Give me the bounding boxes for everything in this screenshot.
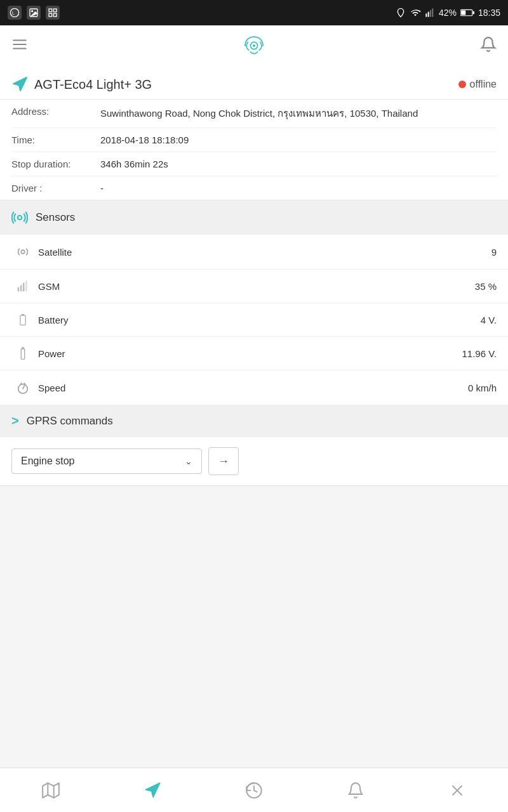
location-icon (396, 8, 406, 18)
nav-navigate[interactable] (132, 776, 173, 804)
sensors-label: Sensors (36, 211, 75, 224)
sensors-section-header: Sensors (0, 200, 508, 235)
time-value: 2018-04-18 18:18:09 (100, 134, 497, 145)
gprs-section-header[interactable]: > GPRS commands (0, 405, 508, 437)
offline-badge: offline (458, 79, 497, 90)
stop-duration-label: Stop duration: (11, 159, 100, 169)
offline-label: offline (470, 79, 497, 90)
gprs-chevron-icon: > (11, 414, 19, 428)
speed-value: 0 km/h (468, 383, 497, 393)
device-header: AGT-Eco4 Light+ 3G offline (0, 66, 508, 100)
svg-rect-10 (430, 10, 431, 17)
info-table: Address: Suwinthawong Road, Nong Chok Di… (0, 100, 508, 200)
command-select-text: Engine stop (21, 455, 185, 467)
svg-point-3 (32, 11, 33, 12)
power-icon (11, 347, 34, 360)
svg-rect-6 (49, 13, 52, 16)
svg-rect-11 (432, 8, 433, 16)
svg-rect-7 (53, 13, 57, 16)
svg-text:L: L (12, 11, 15, 15)
battery-sensor-icon (11, 313, 34, 326)
svg-rect-26 (25, 281, 27, 292)
power-sensor-row: Power 11.96 V. (0, 337, 508, 370)
svg-rect-9 (428, 12, 429, 17)
satellite-sensor-row: Satellite 9 (0, 235, 508, 270)
svg-rect-28 (22, 315, 23, 316)
sensors-icon (11, 209, 28, 226)
gsm-value: 35 % (475, 281, 497, 292)
svg-rect-5 (53, 9, 57, 12)
driver-value: - (100, 183, 497, 193)
svg-rect-29 (21, 349, 24, 359)
status-bar-left: L (8, 6, 60, 20)
svg-rect-25 (23, 283, 25, 291)
svg-rect-13 (473, 11, 474, 15)
driver-row: Driver : - (11, 176, 497, 200)
app-icon (46, 6, 60, 20)
address-label: Address: (11, 106, 100, 121)
svg-marker-32 (43, 783, 59, 797)
gprs-row: Engine stop ⌄ → (11, 447, 497, 475)
address-row: Address: Suwinthawong Road, Nong Chok Di… (11, 100, 497, 128)
status-bar-right: 42% 18:35 (396, 8, 500, 18)
line-icon: L (8, 6, 22, 20)
command-select[interactable]: Engine stop ⌄ (11, 449, 202, 474)
stop-duration-value: 346h 36min 22s (100, 159, 497, 169)
nav-map[interactable] (30, 776, 71, 804)
battery-status: 42% (439, 8, 457, 18)
svg-rect-23 (18, 287, 20, 292)
battery-icon (460, 8, 474, 17)
time-row: Time: 2018-04-18 18:18:09 (11, 128, 497, 152)
signal-icon (425, 8, 435, 18)
nav-notifications[interactable] (335, 776, 376, 804)
svg-point-21 (18, 216, 22, 220)
image-icon (27, 6, 41, 20)
gsm-label: GSM (38, 281, 475, 292)
send-arrow-icon: → (218, 455, 229, 468)
navigate-arrow-icon (11, 76, 28, 93)
battery-sensor-row: Battery 4 V. (0, 303, 508, 337)
sensor-rows: Satellite 9 GSM 35 % Battery 4 V. (0, 235, 508, 405)
speed-icon (11, 381, 34, 395)
satellite-value: 9 (491, 247, 497, 258)
command-chevron-icon: ⌄ (185, 456, 192, 466)
gprs-label: GPRS commands (27, 415, 113, 428)
svg-rect-4 (49, 9, 52, 12)
nav-bar (0, 25, 508, 66)
svg-marker-35 (146, 783, 160, 797)
gprs-content: Engine stop ⌄ → (0, 437, 508, 485)
address-value: Suwinthawong Road, Nong Chok District, ก… (100, 106, 497, 121)
battery-label: Battery (38, 315, 481, 325)
bell-icon[interactable] (480, 36, 497, 55)
svg-rect-27 (20, 315, 25, 325)
power-label: Power (38, 348, 462, 359)
svg-rect-8 (425, 13, 427, 16)
gsm-icon (11, 280, 34, 292)
nav-close[interactable] (437, 776, 478, 804)
svg-point-22 (21, 250, 25, 254)
hamburger-icon[interactable] (11, 36, 28, 55)
speed-label: Speed (38, 383, 468, 393)
app-logo (241, 32, 267, 59)
gsm-sensor-row: GSM 35 % (0, 270, 508, 303)
svg-marker-20 (13, 77, 27, 91)
svg-point-19 (253, 44, 255, 47)
stop-duration-row: Stop duration: 346h 36min 22s (11, 152, 497, 176)
offline-dot (458, 81, 466, 88)
gprs-bottom-divider (0, 485, 508, 486)
send-button[interactable]: → (208, 447, 239, 475)
driver-label: Driver : (11, 183, 100, 193)
battery-value: 4 V. (481, 315, 497, 325)
svg-rect-14 (461, 10, 465, 15)
time-display: 18:35 (478, 8, 500, 18)
wifi-icon (410, 8, 421, 18)
nav-history[interactable] (234, 776, 274, 804)
power-value: 11.96 V. (462, 348, 497, 359)
speed-sensor-row: Speed 0 km/h (0, 370, 508, 405)
time-label: Time: (11, 134, 100, 145)
satellite-icon (11, 245, 34, 259)
device-title-row: AGT-Eco4 Light+ 3G (11, 76, 152, 93)
svg-rect-24 (20, 285, 22, 291)
bottom-nav (0, 768, 508, 812)
status-bar: L (0, 0, 508, 25)
